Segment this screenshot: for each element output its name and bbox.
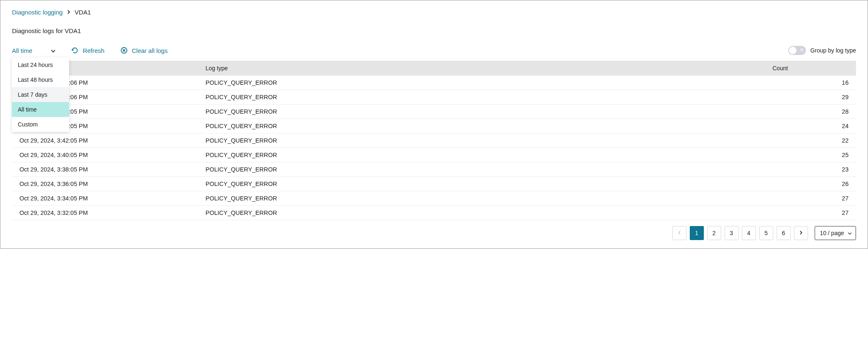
time-range-dropdown[interactable]: All time bbox=[12, 47, 55, 54]
table-row: Oct 29, 2024, 3:34:05 PMPOLICY_QUERY_ERR… bbox=[12, 191, 856, 206]
table-body: Oct 29, 2024, 3:50:06 PMPOLICY_QUERY_ERR… bbox=[12, 76, 856, 220]
cell-log-type: POLICY_QUERY_ERROR bbox=[198, 133, 765, 148]
cell-log-type: POLICY_QUERY_ERROR bbox=[198, 105, 765, 119]
clear-logs-label: Clear all logs bbox=[132, 47, 168, 54]
pagination-next[interactable] bbox=[794, 226, 808, 240]
cell-count: 27 bbox=[765, 206, 856, 220]
breadcrumb: Diagnostic logging VDA1 bbox=[12, 9, 856, 16]
clear-icon bbox=[120, 47, 128, 54]
pagination-page[interactable]: 3 bbox=[725, 226, 739, 240]
page-size-label: 10 / page bbox=[820, 230, 844, 236]
group-by-label: Group by log type bbox=[810, 47, 856, 54]
table-row: Oct 29, 2024, 3:44:05 PMPOLICY_QUERY_ERR… bbox=[12, 119, 856, 133]
cell-time: Oct 29, 2024, 3:34:05 PM bbox=[12, 191, 198, 205]
cell-time: Oct 29, 2024, 3:40:05 PM bbox=[12, 148, 198, 162]
logs-table: Time Log type Count Oct 29, 2024, 3:50:0… bbox=[12, 61, 856, 220]
toggle-knob bbox=[789, 47, 796, 54]
toolbar: All time Refresh Clear all logs ✕ Group … bbox=[12, 46, 856, 55]
pagination: 123456 10 / page bbox=[12, 226, 856, 240]
x-icon: ✕ bbox=[800, 47, 804, 53]
cell-count: 24 bbox=[765, 119, 856, 133]
table-row: Oct 29, 2024, 3:38:05 PMPOLICY_QUERY_ERR… bbox=[12, 162, 856, 177]
table-row: Oct 29, 2024, 3:32:05 PMPOLICY_QUERY_ERR… bbox=[12, 206, 856, 220]
cell-log-type: POLICY_QUERY_ERROR bbox=[198, 119, 765, 133]
cell-count: 28 bbox=[765, 105, 856, 119]
pagination-page[interactable]: 6 bbox=[777, 226, 791, 240]
group-by-control: ✕ Group by log type bbox=[788, 46, 856, 55]
table-row: Oct 29, 2024, 3:50:06 PMPOLICY_QUERY_ERR… bbox=[12, 76, 856, 90]
page-title: Diagnostic logs for VDA1 bbox=[12, 27, 856, 34]
refresh-button[interactable]: Refresh bbox=[71, 47, 105, 54]
cell-time: Oct 29, 2024, 3:42:05 PM bbox=[12, 133, 198, 148]
header-log-type: Log type bbox=[198, 61, 765, 76]
cell-count: 27 bbox=[765, 191, 856, 205]
table-row: Oct 29, 2024, 3:46:05 PMPOLICY_QUERY_ERR… bbox=[12, 105, 856, 119]
pagination-page[interactable]: 4 bbox=[742, 226, 756, 240]
header-count: Count bbox=[765, 61, 856, 76]
cell-count: 23 bbox=[765, 162, 856, 176]
table-header: Time Log type Count bbox=[12, 61, 856, 76]
time-range-option[interactable]: All time bbox=[12, 102, 69, 117]
table-row: Oct 29, 2024, 3:42:05 PMPOLICY_QUERY_ERR… bbox=[12, 133, 856, 148]
cell-log-type: POLICY_QUERY_ERROR bbox=[198, 148, 765, 162]
refresh-label: Refresh bbox=[83, 47, 105, 54]
cell-time: Oct 29, 2024, 3:32:05 PM bbox=[12, 206, 198, 220]
cell-count: 29 bbox=[765, 90, 856, 104]
table-row: Oct 29, 2024, 3:40:05 PMPOLICY_QUERY_ERR… bbox=[12, 148, 856, 162]
breadcrumb-current: VDA1 bbox=[75, 9, 91, 16]
chevron-left-icon bbox=[677, 230, 681, 236]
time-range-option[interactable]: Last 24 hours bbox=[12, 57, 69, 72]
cell-time: Oct 29, 2024, 3:36:05 PM bbox=[12, 177, 198, 191]
group-by-toggle[interactable]: ✕ bbox=[788, 46, 806, 55]
time-range-option[interactable]: Last 48 hours bbox=[12, 72, 69, 87]
table-row: Oct 29, 2024, 3:36:05 PMPOLICY_QUERY_ERR… bbox=[12, 177, 856, 191]
breadcrumb-link-diagnostic-logging[interactable]: Diagnostic logging bbox=[12, 9, 63, 16]
pagination-page[interactable]: 5 bbox=[759, 226, 773, 240]
cell-count: 25 bbox=[765, 148, 856, 162]
table-row: Oct 29, 2024, 3:48:06 PMPOLICY_QUERY_ERR… bbox=[12, 90, 856, 105]
refresh-icon bbox=[71, 47, 79, 54]
time-range-option[interactable]: Last 7 days bbox=[12, 87, 69, 102]
pagination-page[interactable]: 1 bbox=[690, 226, 704, 240]
time-range-label: All time bbox=[12, 47, 32, 54]
cell-log-type: POLICY_QUERY_ERROR bbox=[198, 206, 765, 220]
chevron-down-icon bbox=[847, 231, 852, 237]
cell-log-type: POLICY_QUERY_ERROR bbox=[198, 177, 765, 191]
cell-log-type: POLICY_QUERY_ERROR bbox=[198, 162, 765, 176]
chevron-right-icon bbox=[799, 230, 803, 236]
cell-count: 22 bbox=[765, 133, 856, 148]
cell-log-type: POLICY_QUERY_ERROR bbox=[198, 191, 765, 205]
cell-log-type: POLICY_QUERY_ERROR bbox=[198, 76, 765, 90]
time-range-menu: Last 24 hoursLast 48 hoursLast 7 daysAll… bbox=[12, 57, 69, 132]
time-range-option[interactable]: Custom bbox=[12, 117, 69, 132]
cell-count: 26 bbox=[765, 177, 856, 191]
cell-log-type: POLICY_QUERY_ERROR bbox=[198, 90, 765, 104]
chevron-right-icon bbox=[67, 9, 71, 16]
pagination-prev[interactable] bbox=[672, 226, 686, 240]
page-size-select[interactable]: 10 / page bbox=[815, 226, 856, 240]
cell-time: Oct 29, 2024, 3:38:05 PM bbox=[12, 162, 198, 176]
chevron-down-icon bbox=[50, 48, 55, 53]
pagination-page[interactable]: 2 bbox=[707, 226, 721, 240]
cell-count: 16 bbox=[765, 76, 856, 90]
clear-logs-button[interactable]: Clear all logs bbox=[120, 47, 168, 54]
